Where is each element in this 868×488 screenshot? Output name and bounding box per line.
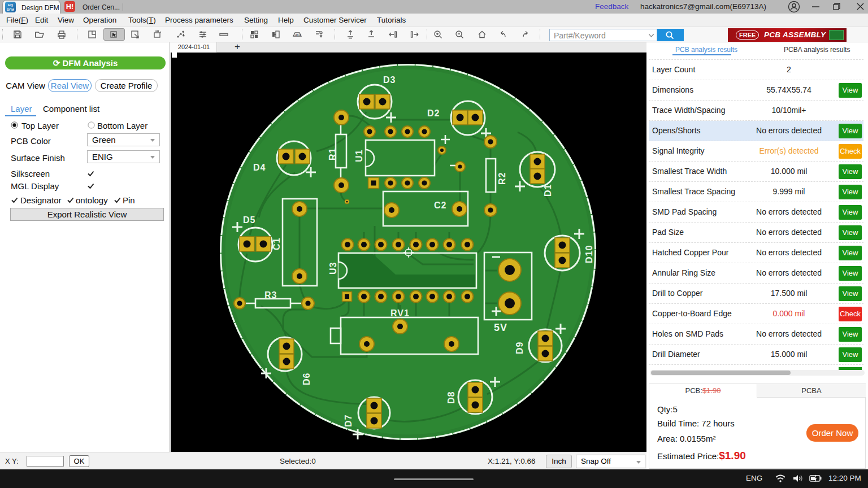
svg-text:dfm: dfm	[295, 33, 301, 37]
svg-text:R3: R3	[264, 290, 277, 300]
svg-text:U1: U1	[354, 150, 364, 162]
svg-text:D4: D4	[253, 163, 266, 172]
svg-text:D1: D1	[543, 184, 553, 197]
svg-text:D9: D9	[515, 342, 524, 354]
svg-text:RV1: RV1	[390, 308, 410, 318]
svg-text:D2: D2	[427, 108, 440, 118]
svg-text:U3: U3	[328, 262, 338, 274]
svg-text:C2: C2	[434, 201, 446, 210]
svg-text:D6: D6	[302, 373, 311, 385]
svg-text:C1: C1	[272, 238, 281, 250]
svg-text:D3: D3	[383, 75, 396, 85]
svg-text:5V: 5V	[494, 322, 507, 333]
svg-text:R1: R1	[328, 148, 337, 160]
svg-text:D5: D5	[243, 215, 255, 225]
svg-text:D7: D7	[344, 415, 353, 427]
svg-text:R2: R2	[497, 172, 507, 185]
svg-text:D10: D10	[584, 245, 594, 263]
svg-text:D8: D8	[446, 391, 456, 404]
